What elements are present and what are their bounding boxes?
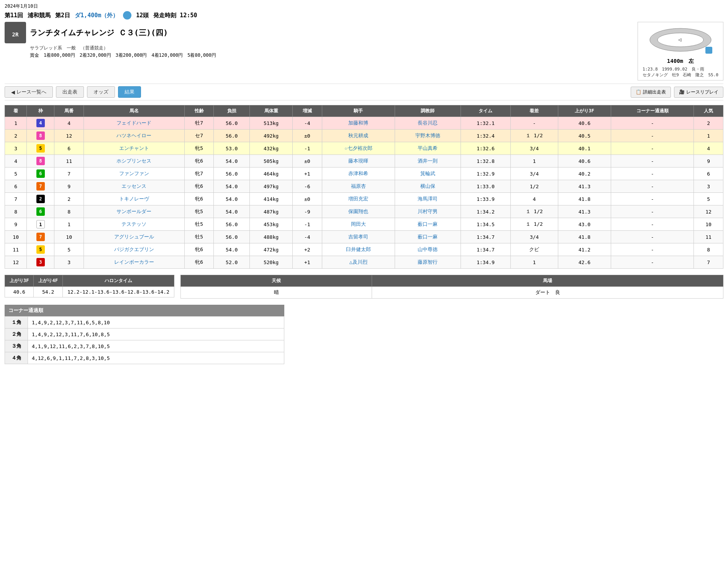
trainer-link[interactable]: 酒井一則 xyxy=(418,158,438,164)
time-cell: 1:32.1 xyxy=(461,117,510,130)
horse-link[interactable]: トキノレーヴ xyxy=(119,196,149,202)
name-cell: ファンファン xyxy=(84,168,185,180)
horse-link[interactable]: バジガクエブリン xyxy=(114,246,154,252)
sex-age-cell: 牝6 xyxy=(184,155,214,168)
margin-cell: １ 1/2 xyxy=(510,218,558,231)
weight-carry-cell: 52.0 xyxy=(214,256,250,269)
last3f-cell: 40.5 xyxy=(558,130,611,142)
jockey-link[interactable]: 吉留孝司 xyxy=(348,234,368,240)
start-time: 発走時刻 12:50 xyxy=(153,12,197,19)
jockey-link[interactable]: 岡田大 xyxy=(351,221,366,227)
jockey-link[interactable]: △及川烈 xyxy=(349,259,367,265)
corner-cell: - xyxy=(611,193,694,205)
trainer-link[interactable]: 宇野木博徳 xyxy=(415,133,440,138)
jockey-cell: ☆七夕裕次郎 xyxy=(322,142,395,155)
popularity-cell: 11 xyxy=(694,231,723,243)
gate-cell: 3 xyxy=(27,256,54,269)
back-button[interactable]: ◀ レース一覧へ xyxy=(5,86,53,98)
popularity-cell: 6 xyxy=(694,168,723,180)
corner-row: ２角 1,4,9,2,12,3,11,7,6,10,8,5 xyxy=(5,328,284,340)
corner-cell: - xyxy=(611,142,694,155)
race-title-row: 2R ランチタイムチャレンジ Ｃ３(三)(四) xyxy=(5,22,638,43)
jockey-link[interactable]: 藤本現暉 xyxy=(348,158,368,164)
horse-link[interactable]: ファンファン xyxy=(119,171,149,176)
trainer-link[interactable]: 薮口一麻 xyxy=(418,234,438,240)
jockey-link[interactable]: 秋元耕成 xyxy=(348,133,368,138)
horse-link[interactable]: ハツネヘイロー xyxy=(116,133,151,138)
num-cell: 12 xyxy=(54,130,84,142)
trainer-link[interactable]: 山中尊徳 xyxy=(418,246,438,252)
jockey-link[interactable]: 保園翔也 xyxy=(348,209,368,214)
horse-link[interactable]: テステッソ xyxy=(121,221,146,227)
jockey-link[interactable]: 赤津和希 xyxy=(348,171,368,176)
last3f-cell: 40.2 xyxy=(558,168,611,180)
col-change: 増減 xyxy=(292,105,322,117)
trainer-link[interactable]: 平山真希 xyxy=(418,145,438,151)
change-cell: -1 xyxy=(292,218,322,231)
trainer-link[interactable]: 海馬澤司 xyxy=(418,196,438,202)
last4f-value: 54.2 xyxy=(34,287,62,297)
rank-cell: 9 xyxy=(5,218,27,231)
body-weight-cell: 487kg xyxy=(250,205,293,218)
trainer-cell: 海馬澤司 xyxy=(395,193,461,205)
detail-icon: 📋 xyxy=(636,89,641,95)
trainer-link[interactable]: 箕輪武 xyxy=(420,171,435,176)
weather-icon xyxy=(123,11,131,20)
col-time: タイム xyxy=(461,105,510,117)
rank-cell: 8 xyxy=(5,205,27,218)
rank-cell: 1 xyxy=(5,117,27,130)
horse-link[interactable]: エンチャント xyxy=(119,145,149,151)
halon-header: ハロンタイム xyxy=(62,275,174,287)
change-cell: +1 xyxy=(292,256,322,269)
trainer-cell: 薮口一麻 xyxy=(395,218,461,231)
sex-age-cell: 牝6 xyxy=(184,256,214,269)
corner-cell: - xyxy=(611,117,694,130)
time-cell: 1:34.9 xyxy=(461,256,510,269)
weather-header: 天候 xyxy=(181,275,372,287)
entries-button[interactable]: 出走表 xyxy=(56,86,84,98)
distance-link[interactable]: ダ1,400m（外） xyxy=(75,12,118,19)
horse-link[interactable]: フェイドハード xyxy=(116,120,151,126)
odds-button[interactable]: オッズ xyxy=(87,86,115,98)
col-corner: コーナー通過順 xyxy=(611,105,694,117)
jockey-link[interactable]: 臼井健太郎 xyxy=(346,246,371,252)
horse-link[interactable]: アグリシュブール xyxy=(114,234,154,240)
last4f-header: 上がり4F xyxy=(34,275,62,287)
trainer-link[interactable]: 藤原智行 xyxy=(418,259,438,265)
time-cell: 1:34.2 xyxy=(461,205,510,218)
col-body-weight: 馬体重 xyxy=(250,105,293,117)
trainer-link[interactable]: 川村守男 xyxy=(418,209,438,214)
track-condition-value: ダート 良 xyxy=(372,287,723,299)
table-row: 7 2 2 トキノレーヴ 牝6 54.0 414kg ±0 増田充宏 海馬澤司 … xyxy=(5,193,723,205)
replay-button[interactable]: 🎥 レースリプレイ xyxy=(674,87,723,98)
rank-cell: 11 xyxy=(5,243,27,256)
col-sex-age: 性齢 xyxy=(184,105,214,117)
gate-cell: 7 xyxy=(27,180,54,193)
trainer-link[interactable]: 横山保 xyxy=(420,183,435,189)
jockey-link[interactable]: 福原杏 xyxy=(351,183,366,189)
horse-link[interactable]: ホシプリンセス xyxy=(116,158,151,164)
horse-link[interactable]: サンボールダー xyxy=(116,209,151,214)
horse-link[interactable]: エッセンス xyxy=(121,183,146,189)
track-condition-header: 馬場 xyxy=(372,275,723,287)
corner-cell: - xyxy=(611,130,694,142)
col-gate: 枠 xyxy=(27,105,54,117)
race-info-line: 第11回 浦和競馬 第2日 ダ1,400m（外） 12頭 発走時刻 12:50 xyxy=(5,11,723,20)
jockey-link[interactable]: 加藤和博 xyxy=(348,120,368,126)
results-button[interactable]: 結果 xyxy=(118,86,141,98)
trainer-cell: 酒井一則 xyxy=(395,155,461,168)
jockey-link[interactable]: ☆七夕裕次郎 xyxy=(344,145,372,151)
detail-button[interactable]: 📋 詳細出走表 xyxy=(631,87,671,98)
record-time: 1:23.8 1999.09.02 良・雨 xyxy=(643,66,718,72)
corner-cell: - xyxy=(611,168,694,180)
name-cell: テステッソ xyxy=(84,218,185,231)
svg-rect-3 xyxy=(705,47,712,54)
sex-age-cell: 牡5 xyxy=(184,231,214,243)
horse-link[interactable]: レインボーカラー xyxy=(114,259,154,265)
table-row: 12 3 3 レインボーカラー 牝6 52.0 520kg +1 △及川烈 藤原… xyxy=(5,256,723,269)
trainer-link[interactable]: 長谷川忍 xyxy=(418,120,438,126)
time-cell: 1:33.0 xyxy=(461,180,510,193)
trainer-link[interactable]: 薮口一麻 xyxy=(418,221,438,227)
jockey-link[interactable]: 増田充宏 xyxy=(348,196,368,202)
name-cell: サンボールダー xyxy=(84,205,185,218)
